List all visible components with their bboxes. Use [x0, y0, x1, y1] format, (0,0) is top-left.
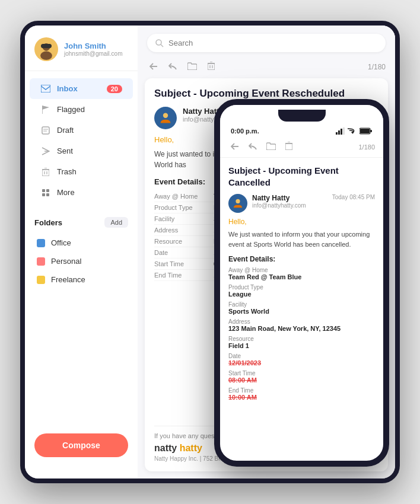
phone-event-value-4: Field 1: [228, 342, 375, 349]
phone-reply-button[interactable]: [246, 141, 259, 154]
phone-event-table: Away @ Home Team Red @ Team Blue Product…: [228, 267, 375, 401]
folders-section: Folders Add Office Personal Freelance: [25, 212, 138, 294]
sidebar-item-trash[interactable]: Trash: [30, 161, 133, 182]
event-label-5: Date: [154, 249, 214, 256]
folder-item-office[interactable]: Office: [34, 234, 128, 252]
svg-rect-19: [208, 63, 215, 70]
folder-item-freelance[interactable]: Freelance: [34, 270, 128, 289]
status-icons: [336, 127, 373, 135]
event-label-7: End Time: [154, 272, 214, 279]
phone-sender-email: info@nattyhatty.com: [252, 202, 327, 209]
svg-marker-5: [42, 106, 49, 110]
email-toolbar: 1/180: [138, 58, 395, 78]
compose-button[interactable]: Compose: [34, 433, 128, 457]
svg-rect-26: [336, 132, 338, 135]
draft-label: Draft: [57, 126, 74, 135]
folders-title: Folders: [34, 218, 62, 227]
event-label-6: Start Time: [154, 260, 214, 267]
folder-dot-personal: [37, 257, 45, 266]
svg-rect-11: [42, 170, 49, 176]
sidebar-item-more[interactable]: More: [30, 182, 133, 203]
folder-label-freelance: Freelance: [51, 275, 85, 284]
phone-event-row-6: Start Time 08:00 AM: [228, 370, 375, 384]
flagged-icon: [40, 106, 51, 114]
email-counter: 1/180: [368, 63, 386, 71]
sidebar-item-sent[interactable]: Sent: [30, 141, 133, 161]
event-label-3: Address: [154, 227, 214, 234]
svg-point-16: [156, 40, 161, 45]
phone-event-label-0: Away @ Home: [228, 267, 375, 273]
signal-icon: [336, 127, 345, 135]
sender-avatar: [154, 107, 177, 129]
event-label-2: Facility: [154, 215, 214, 222]
phone-delete-button[interactable]: [283, 141, 295, 154]
flagged-label: Flagged: [57, 105, 85, 114]
phone-time: 0:00 p.m.: [231, 127, 259, 135]
phone-email-counter: 1/180: [358, 143, 375, 151]
svg-rect-29: [343, 127, 345, 135]
svg-rect-31: [370, 130, 372, 132]
phone-back-button[interactable]: [228, 141, 241, 154]
sidebar-item-inbox[interactable]: Inbox 20: [30, 78, 133, 99]
draft-icon: [40, 126, 51, 135]
svg-rect-7: [42, 127, 49, 134]
phone-event-value-0: Team Red @ Team Blue: [228, 273, 375, 280]
phone-toolbar: 1/180: [220, 137, 383, 158]
phone-status-bar: 0:00 p.m.: [220, 123, 383, 137]
more-label: More: [57, 188, 75, 197]
phone-email-content: Subject - Upcoming Event Cancelled Natty…: [220, 158, 383, 461]
phone-event-value-7: 10:00 AM: [228, 394, 375, 401]
delete-button[interactable]: [205, 60, 217, 74]
add-folder-button[interactable]: Add: [104, 217, 128, 228]
folder-dot-office: [37, 239, 45, 247]
svg-rect-32: [360, 129, 370, 133]
phone-event-row-0: Away @ Home Team Red @ Team Blue: [228, 267, 375, 280]
phone-greeting: Hello,: [228, 218, 375, 226]
event-label-0: Away @ Home: [154, 193, 214, 200]
svg-rect-34: [285, 143, 292, 150]
back-button[interactable]: [147, 60, 160, 74]
event-label-1: Product Type: [154, 204, 214, 211]
folder-button[interactable]: [185, 60, 199, 74]
folder-item-personal[interactable]: Personal: [34, 252, 128, 270]
phone-sender-name: Natty Hatty: [252, 194, 327, 202]
sent-label: Sent: [57, 146, 73, 155]
search-input[interactable]: [168, 39, 377, 47]
svg-point-38: [236, 199, 240, 203]
phone-sender-avatar: [228, 194, 247, 213]
event-label-4: Resource: [154, 238, 214, 245]
phone-event-label-3: Address: [228, 318, 375, 325]
phone-folder-button[interactable]: [264, 141, 278, 154]
phone-event-title: Event Details:: [228, 255, 375, 263]
user-profile: John Smith johnsmith@gmail.com: [25, 37, 138, 71]
svg-rect-3: [41, 44, 52, 48]
sidebar-item-flagged[interactable]: Flagged: [30, 99, 133, 120]
wifi-icon: [348, 127, 357, 135]
svg-rect-4: [41, 85, 50, 92]
nav-section: Inbox 20 Flagged: [25, 71, 138, 210]
phone-event-label-2: Facility: [228, 301, 375, 308]
phone-device: 0:00 p.m.: [214, 99, 389, 467]
phone-event-value-2: Sports World: [228, 308, 375, 315]
search-icon: [155, 39, 164, 47]
sidebar-item-draft[interactable]: Draft: [30, 120, 133, 141]
user-name: John Smith: [64, 42, 123, 50]
inbox-badge: 20: [107, 85, 122, 93]
svg-point-25: [163, 113, 168, 118]
folder-label-personal: Personal: [51, 257, 81, 266]
phone-event-row-2: Facility Sports World: [228, 301, 375, 315]
folder-label-office: Office: [51, 238, 71, 247]
phone-event-label-7: End Time: [228, 387, 375, 394]
phone-event-value-5: 12/01/2023: [228, 359, 375, 366]
phone-event-value-1: League: [228, 291, 375, 298]
svg-line-17: [161, 44, 163, 47]
trash-label: Trash: [57, 167, 77, 176]
logo-hatty: hatty: [180, 443, 202, 453]
search-bar: [138, 25, 395, 58]
phone-email-subject: Subject - Upcoming Event Cancelled: [228, 165, 375, 188]
trash-icon: [40, 168, 51, 176]
more-icon: [40, 189, 51, 197]
reply-button[interactable]: [166, 60, 179, 74]
inbox-icon: [40, 85, 51, 93]
inbox-label: Inbox: [57, 84, 78, 93]
